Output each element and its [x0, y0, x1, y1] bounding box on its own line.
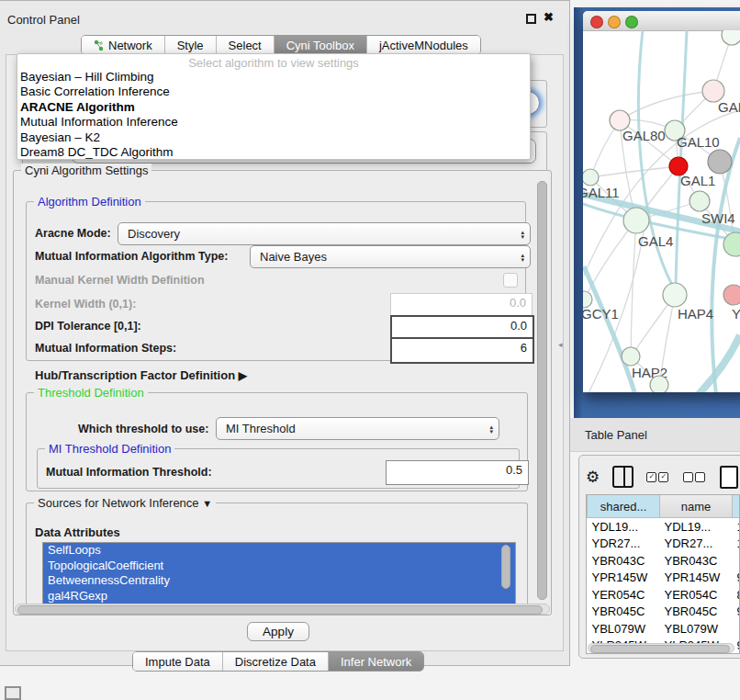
mi-threshold-field[interactable]: 0.5 — [386, 460, 529, 485]
tab-label: Impute Data — [145, 655, 210, 669]
sources-group-title[interactable]: Sources for Network Inference ▼ — [34, 496, 216, 510]
aracne-mode-label: Aracne Mode: — [35, 227, 111, 240]
table-cell: YBR043C — [660, 552, 733, 570]
node-label: GAL80 — [622, 128, 666, 143]
settings-vertical-scrollbar[interactable] — [537, 181, 547, 600]
table-row[interactable]: YER054CYER054C8. — [588, 586, 740, 604]
which-threshold-combobox[interactable]: MI Threshold ▴▾ — [216, 417, 499, 440]
table-cell: 9. — [733, 570, 740, 587]
network-edge — [584, 266, 635, 392]
tab-style[interactable]: Style — [165, 36, 217, 54]
table-row[interactable]: YBR043CYBR043C — [588, 552, 740, 570]
table-cell: YDR27... — [660, 536, 733, 553]
algorithm-option[interactable]: Basic Correlation Inference — [17, 85, 530, 99]
table-cell: 13 — [733, 518, 740, 536]
manual-kernel-label: Manual Kernel Width Definition — [35, 274, 205, 287]
table-row[interactable]: YDL19...YDL19...13 — [588, 518, 740, 536]
collapse-down-icon: ▼ — [202, 498, 212, 509]
network-window-titlebar[interactable] — [583, 11, 740, 31]
algorithm-option[interactable]: ARACNE Algorithm — [17, 100, 530, 115]
algorithm-option[interactable]: Dream8 DC_TDC Algorithm — [17, 145, 530, 160]
network-node[interactable] — [723, 232, 740, 256]
panel-grabber-icon[interactable]: ◂ — [558, 340, 563, 349]
document-icon[interactable] — [720, 466, 738, 489]
column-header[interactable]: A — [733, 495, 740, 518]
table-panel-title: Table Panel — [585, 428, 647, 442]
network-graph[interactable]: GALGAL80GAL10GAL1SWI4GAL11GAL4GCY1HAP4YH… — [583, 30, 740, 392]
tab-discretize-data[interactable]: Discretize Data — [223, 652, 329, 671]
combo-arrows-icon: ▴▾ — [521, 230, 524, 239]
apply-button[interactable]: Apply — [247, 622, 309, 641]
table-cell: YBR043C — [588, 552, 660, 570]
dpi-tolerance-label: DPI Tolerance [0,1]: — [35, 320, 141, 333]
tab-select[interactable]: Select — [217, 36, 275, 54]
network-node[interactable] — [722, 30, 740, 45]
attribute-item[interactable]: BetweennessCentrality — [43, 573, 515, 589]
tab-jactivemnodules[interactable]: jActiveMNodules — [367, 36, 480, 54]
table-cell: 9. — [733, 604, 740, 621]
network-node[interactable] — [623, 208, 649, 233]
tab-infer-network[interactable]: Infer Network — [329, 652, 423, 671]
mi-steps-field[interactable]: 6 — [390, 337, 534, 364]
attribute-item[interactable]: TopologicalCoefficient — [43, 559, 515, 574]
algorithm-option[interactable]: Bayesian – K2 — [17, 130, 530, 145]
algorithm-popup-placeholder: Select algorithm to view settings — [17, 54, 530, 70]
network-node[interactable] — [723, 285, 740, 305]
table-cell: YBL079W — [588, 620, 660, 638]
close-traffic-light-icon[interactable] — [590, 16, 603, 28]
kernel-width-field[interactable]: 0.0 — [390, 293, 533, 318]
mi-type-combobox[interactable]: Naive Bayes ▴▾ — [250, 245, 531, 268]
table-row[interactable]: YBR045CYBR045C9. — [588, 604, 740, 621]
tab-impute-data[interactable]: Impute Data — [133, 652, 223, 671]
mi-threshold-label: Mutual Information Threshold: — [46, 466, 212, 479]
settings-hscroll-track[interactable] — [15, 604, 550, 615]
table-hscroll-track[interactable] — [588, 643, 734, 653]
table-cell: YPR145W — [660, 570, 733, 587]
tab-cyni-toolbox[interactable]: Cyni Toolbox — [275, 36, 367, 54]
columns-icon[interactable] — [612, 466, 633, 488]
attributes-list-scrollbar[interactable] — [501, 545, 510, 589]
data-attributes-list[interactable]: SelfLoopsTopologicalCoefficientBetweenne… — [42, 542, 516, 604]
column-header[interactable]: shared... — [588, 495, 660, 518]
table-cell: YER054C — [660, 586, 733, 604]
table-row[interactable]: YDR27...YDR27...12 — [588, 536, 740, 553]
gear-icon[interactable]: ⚙ — [586, 469, 600, 485]
select-all-icon[interactable]: ✓✓ — [646, 469, 670, 485]
attribute-item[interactable]: gal4RGexp — [43, 589, 515, 604]
network-node[interactable] — [663, 283, 687, 307]
node-label: GCY1 — [583, 306, 619, 322]
settings-hscroll-thumb[interactable] — [17, 605, 543, 615]
mi-threshold-group-title: MI Threshold Definition — [45, 442, 174, 456]
table-cell: YBL079W — [660, 620, 733, 638]
tab-label: Select — [229, 39, 262, 52]
minimize-traffic-light-icon[interactable] — [608, 16, 621, 28]
table-hscroll-thumb[interactable] — [590, 645, 730, 653]
manual-kernel-checkbox[interactable] — [503, 273, 518, 288]
column-header[interactable]: name — [660, 495, 733, 518]
collapsed-panel-button[interactable] — [5, 686, 21, 700]
tab-network[interactable]: Network — [82, 36, 165, 54]
node-label: HAP4 — [678, 306, 713, 322]
table-cell: YBR045C — [588, 604, 660, 621]
mi-type-label: Mutual Information Algorithm Type: — [35, 250, 228, 263]
zoom-traffic-light-icon[interactable] — [625, 16, 638, 28]
aracne-mode-combobox[interactable]: Discovery ▴▾ — [118, 222, 531, 245]
which-threshold-value: MI Threshold — [226, 422, 296, 435]
algorithm-option[interactable]: Mutual Information Inference — [17, 115, 530, 130]
network-node[interactable] — [690, 191, 710, 211]
hub-definition-toggle[interactable]: Hub/Transcription Factor Definition ▶ — [35, 368, 247, 382]
deselect-all-icon[interactable] — [683, 469, 707, 485]
network-node[interactable] — [650, 376, 668, 392]
network-node[interactable] — [708, 150, 732, 174]
algorithm-option[interactable]: Bayesian – Hill Climbing — [17, 70, 530, 85]
network-node[interactable] — [622, 347, 640, 366]
node-table: shared...nameA YDL19...YDL19...13YDR27..… — [586, 494, 740, 654]
mi-type-value: Naive Bayes — [260, 250, 327, 264]
close-icon[interactable]: ✖ — [544, 10, 554, 24]
network-edge — [696, 335, 740, 392]
network-node[interactable] — [583, 169, 599, 186]
table-row[interactable]: YBL079WYBL079W — [588, 620, 740, 638]
table-row[interactable]: YPR145WYPR145W9. — [588, 570, 740, 587]
attribute-item[interactable]: SelfLoops — [43, 543, 515, 559]
float-window-icon[interactable] — [526, 14, 536, 24]
